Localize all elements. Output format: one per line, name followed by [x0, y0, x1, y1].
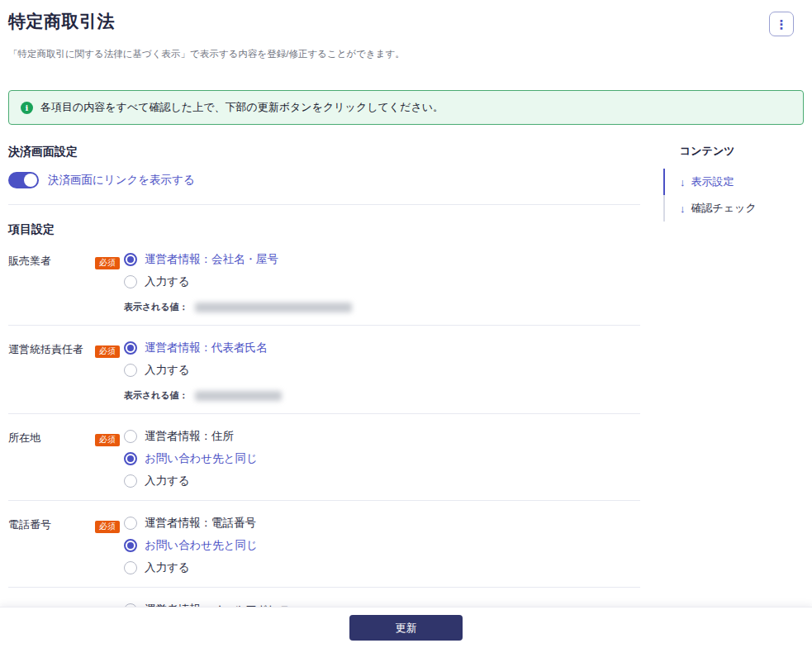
row-options: 運営者情報：住所 お問い合わせ先と同じ 入力する [124, 429, 258, 488]
setting-row: 所在地 必須 運営者情報：住所 お問い合わせ先と同じ 入力する [8, 414, 640, 501]
radio-option[interactable]: 入力する [124, 363, 282, 378]
required-badge: 必須 [95, 521, 120, 533]
radio-option-label: 入力する [145, 560, 190, 575]
radio-option-label: お問い合わせ先と同じ [145, 538, 258, 553]
page: 特定商取引法 ⋮ 「特定商取引に関する法律に基づく表示」で表示する内容を登録/修… [0, 0, 812, 648]
radio-icon[interactable] [124, 539, 137, 552]
radio-option[interactable]: 運営者情報：会社名・屋号 [124, 252, 352, 267]
radio-option[interactable]: 運営者情報：代表者氏名 [124, 341, 282, 355]
row-options: 運営者情報：電話番号 お問い合わせ先と同じ 入力する [124, 516, 258, 575]
radio-option[interactable]: 運営者情報：電話番号 [124, 516, 258, 531]
radio-option[interactable]: 入力する [124, 474, 258, 488]
info-banner-text: 各項目の内容をすべて確認した上で、下部の更新ボタンをクリックしてください。 [40, 100, 444, 115]
radio-option-label: 入力する [145, 363, 190, 378]
radio-icon[interactable] [124, 452, 137, 465]
payment-section-heading: 決済画面設定 [8, 145, 640, 160]
setting-row: 販売業者 必須 運営者情報：会社名・屋号 入力する 表示される値： [8, 237, 640, 326]
row-label: 販売業者 [8, 252, 95, 313]
radio-option[interactable]: 運営者情報：住所 [124, 429, 258, 444]
radio-icon[interactable] [124, 341, 137, 355]
info-icon: i [21, 102, 33, 114]
section-divider [8, 204, 640, 205]
payment-link-toggle-row[interactable]: 決済画面にリンクを表示する [8, 172, 640, 188]
radio-option[interactable]: 入力する [124, 274, 352, 289]
required-badge: 必須 [95, 345, 120, 358]
toggle-on-icon[interactable] [8, 172, 39, 188]
toggle-knob [24, 174, 37, 187]
displayed-value-label: 表示される値： [124, 389, 188, 402]
info-banner: i 各項目の内容をすべて確認した上で、下部の更新ボタンをクリックしてください。 [8, 90, 804, 125]
contents-nav-item-label: 表示設定 [691, 174, 734, 189]
page-title: 特定商取引法 [8, 10, 804, 33]
radio-option[interactable]: お問い合わせ先と同じ [124, 451, 258, 466]
arrow-down-icon: ↓ [680, 202, 686, 215]
radio-option[interactable]: 入力する [124, 560, 258, 575]
row-options: 運営者情報：代表者氏名 入力する 表示される値： [124, 341, 282, 402]
radio-option-label: 運営者情報：代表者氏名 [145, 341, 268, 355]
main-column: 決済画面設定 決済画面にリンクを表示する 項目設定 販売業者 必須 運営者情報：… [8, 145, 640, 648]
contents-heading: コンテンツ [680, 144, 804, 159]
items-section-heading: 項目設定 [8, 222, 640, 237]
page-subtitle: 「特定商取引に関する法律に基づく表示」で表示する内容を登録/修正することができま… [8, 48, 804, 60]
contents-items: ↓ 表示設定 ↓ 確認チェック [663, 169, 804, 222]
row-label: 電話番号 [8, 516, 95, 575]
row-options: 運営者情報：会社名・屋号 入力する 表示される値： [124, 252, 352, 313]
radio-icon[interactable] [124, 517, 137, 530]
contents-nav-item-label: 確認チェック [691, 201, 757, 216]
update-button[interactable]: 更新 [349, 615, 463, 641]
setting-row: 運営統括責任者 必須 運営者情報：代表者氏名 入力する 表示される値： [8, 326, 640, 414]
radio-icon[interactable] [124, 253, 137, 266]
kebab-menu-button[interactable]: ⋮ [769, 12, 794, 36]
radio-option[interactable]: お問い合わせ先と同じ [124, 538, 258, 553]
payment-screen-section: 決済画面設定 決済画面にリンクを表示する [8, 145, 640, 205]
header: 特定商取引法 ⋮ 「特定商取引に関する法律に基づく表示」で表示する内容を登録/修… [8, 10, 804, 60]
contents-nav-item[interactable]: ↓ 表示設定 [663, 169, 804, 195]
setting-rows: 販売業者 必須 運営者情報：会社名・屋号 入力する 表示される値： 運営統括責任… [8, 237, 640, 648]
displayed-value-line: 表示される値： [124, 389, 282, 402]
setting-row: 電話番号 必須 運営者情報：電話番号 お問い合わせ先と同じ 入力する [8, 501, 640, 588]
arrow-down-icon: ↓ [680, 176, 686, 188]
payment-link-toggle-label: 決済画面にリンクを表示する [48, 173, 195, 188]
contents-nav-item[interactable]: ↓ 確認チェック [663, 195, 804, 222]
radio-icon[interactable] [124, 561, 137, 574]
radio-icon[interactable] [124, 474, 137, 488]
contents-nav: コンテンツ ↓ 表示設定 ↓ 確認チェック [663, 144, 804, 222]
row-label: 運営統括責任者 [8, 341, 95, 402]
items-section: 項目設定 販売業者 必須 運営者情報：会社名・屋号 入力する 表示される値： 運… [8, 222, 640, 648]
radio-option-label: 運営者情報：会社名・屋号 [145, 252, 278, 267]
radio-option-label: 運営者情報：電話番号 [145, 516, 256, 531]
radio-option-label: 運営者情報：住所 [145, 429, 234, 444]
radio-icon[interactable] [124, 364, 137, 377]
footer-action-bar: 更新 [0, 607, 812, 648]
radio-icon[interactable] [124, 275, 137, 288]
displayed-value-label: 表示される値： [124, 301, 188, 313]
radio-option-label: 入力する [145, 274, 190, 289]
radio-option-label: お問い合わせ先と同じ [145, 451, 258, 466]
kebab-icon: ⋮ [776, 18, 788, 31]
displayed-value-line: 表示される値： [124, 301, 352, 313]
masked-value [195, 303, 352, 312]
radio-icon[interactable] [124, 430, 137, 443]
required-badge: 必須 [95, 434, 120, 446]
required-badge: 必須 [95, 257, 120, 269]
row-label: 所在地 [8, 429, 95, 488]
masked-value [195, 391, 282, 401]
radio-option-label: 入力する [145, 474, 190, 488]
